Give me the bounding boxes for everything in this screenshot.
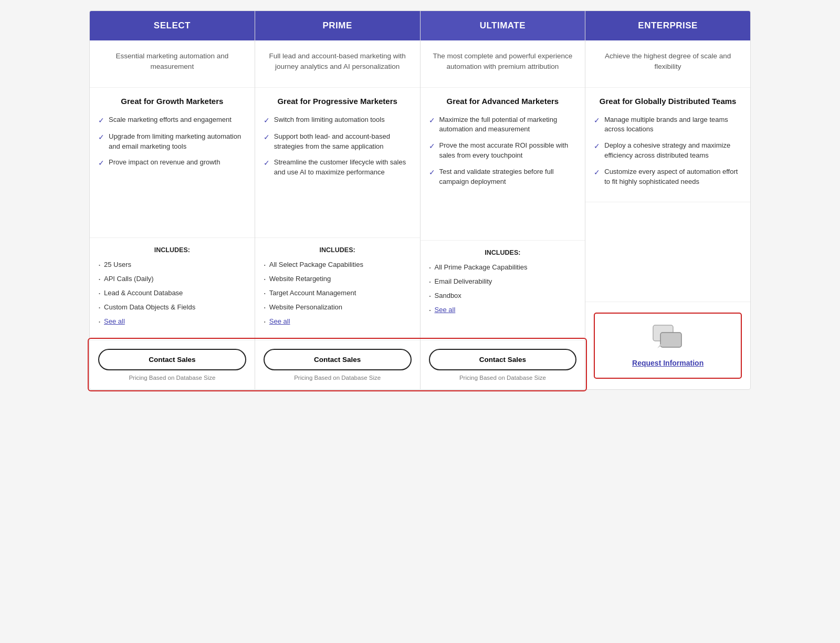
feature-text-ultimate-0: Maximize the full potential of marketing… [439, 115, 577, 135]
feature-text-enterprise-2: Customize every aspect of automation eff… [604, 167, 742, 187]
plan-tagline-prime: Great for Progressive Marketers [255, 88, 420, 111]
plan-features-enterprise: ✓Manage multiple brands and large teams … [585, 111, 750, 202]
feature-item-ultimate-1: ✓Prove the most accurate ROI possible wi… [429, 141, 577, 161]
pricing-note-ultimate: Pricing Based on Database Size [429, 375, 577, 381]
svg-rect-1 [660, 333, 681, 347]
see-all-link-ultimate[interactable]: See all [435, 305, 456, 315]
includes-item-prime-1: Website Retargeting [264, 274, 412, 284]
enterprise-includes-placeholder [585, 202, 750, 302]
checkmark-icon: ✓ [429, 115, 435, 135]
plan-column-enterprise: ENTERPRISEAchieve the highest degree of … [585, 11, 750, 389]
plan-description-prime: Full lead and account-based marketing wi… [255, 40, 420, 88]
includes-list-prime: All Select Package CapabilitiesWebsite R… [264, 260, 412, 327]
includes-list-select: 25 UsersAPI Calls (Daily)Lead & Account … [98, 260, 246, 327]
feature-item-prime-0: ✓Switch from limiting automation tools [264, 115, 412, 126]
plan-column-select: SELECTEssential marketing automation and… [90, 11, 255, 389]
includes-title-select: INCLUDES: [98, 246, 246, 254]
plan-header-select: SELECT [90, 11, 255, 40]
see-all-item-ultimate[interactable]: See all [429, 305, 577, 315]
includes-item-prime-3: Website Personalization [264, 303, 412, 312]
request-info-label[interactable]: Request Information [603, 359, 732, 367]
plan-header-prime: PRIME [255, 11, 420, 40]
feature-text-prime-2: Streamline the customer lifecycle with s… [274, 158, 412, 178]
see-all-link-prime[interactable]: See all [269, 317, 290, 326]
includes-item-select-0: 25 Users [98, 260, 246, 269]
chat-icon [603, 324, 732, 355]
plan-header-enterprise: ENTERPRISE [585, 11, 750, 40]
plan-footer-select: Contact SalesPricing Based on Database S… [90, 340, 255, 389]
feature-text-ultimate-2: Test and validate strategies before full… [439, 167, 577, 187]
checkmark-icon: ✓ [98, 158, 104, 168]
plans-grid: SELECTEssential marketing automation and… [89, 11, 751, 390]
plan-description-select: Essential marketing automation and measu… [90, 40, 255, 88]
plan-tagline-enterprise: Great for Globally Distributed Teams [585, 88, 750, 111]
feature-item-enterprise-2: ✓Customize every aspect of automation ef… [594, 167, 742, 187]
feature-text-prime-1: Support both lead- and account-based str… [274, 132, 412, 152]
feature-item-select-1: ✓Upgrade from limiting marketing automat… [98, 132, 246, 152]
checkmark-icon: ✓ [98, 132, 104, 152]
feature-item-prime-1: ✓Support both lead- and account-based st… [264, 132, 412, 152]
plan-column-ultimate: ULTIMATEThe most complete and powerful e… [421, 11, 586, 389]
checkmark-icon: ✓ [429, 167, 435, 187]
feature-text-ultimate-1: Prove the most accurate ROI possible wit… [439, 141, 577, 161]
checkmark-icon: ✓ [594, 167, 600, 187]
feature-item-ultimate-2: ✓Test and validate strategies before ful… [429, 167, 577, 187]
includes-item-ultimate-2: Sandbox [429, 291, 577, 300]
checkmark-icon: ✓ [264, 115, 270, 126]
includes-item-select-2: Lead & Account Database [98, 288, 246, 298]
checkmark-icon: ✓ [594, 141, 600, 161]
plan-tagline-select: Great for Growth Marketers [90, 88, 255, 111]
feature-item-select-2: ✓Prove impact on revenue and growth [98, 158, 246, 168]
feature-item-prime-2: ✓Streamline the customer lifecycle with … [264, 158, 412, 178]
pricing-page: SELECTEssential marketing automation and… [89, 11, 751, 390]
pricing-note-prime: Pricing Based on Database Size [264, 375, 412, 381]
plan-includes-ultimate: INCLUDES:All Prime Package CapabilitiesE… [421, 240, 585, 340]
checkmark-icon: ✓ [264, 158, 270, 178]
request-info-box[interactable]: Request Information [594, 313, 742, 379]
see-all-item-prime[interactable]: See all [264, 317, 412, 326]
includes-title-prime: INCLUDES: [264, 246, 412, 254]
includes-item-ultimate-1: Email Deliverability [429, 277, 577, 286]
feature-item-enterprise-0: ✓Manage multiple brands and large teams … [594, 115, 742, 135]
plan-description-enterprise: Achieve the highest degree of scale and … [585, 40, 750, 88]
feature-item-select-0: ✓Scale marketing efforts and engagement [98, 115, 246, 126]
feature-text-prime-0: Switch from limiting automation tools [274, 115, 385, 126]
checkmark-icon: ✓ [429, 141, 435, 161]
feature-text-select-1: Upgrade from limiting marketing automati… [109, 132, 246, 152]
feature-item-ultimate-0: ✓Maximize the full potential of marketin… [429, 115, 577, 135]
checkmark-icon: ✓ [98, 115, 104, 126]
see-all-link-select[interactable]: See all [104, 317, 125, 326]
plan-footer-ultimate: Contact SalesPricing Based on Database S… [421, 340, 585, 389]
plan-features-ultimate: ✓Maximize the full potential of marketin… [421, 111, 585, 240]
plan-includes-prime: INCLUDES:All Select Package Capabilities… [255, 237, 420, 340]
checkmark-icon: ✓ [594, 115, 600, 135]
feature-text-select-2: Prove impact on revenue and growth [109, 158, 220, 168]
contact-sales-button-select[interactable]: Contact Sales [98, 349, 246, 370]
checkmark-icon: ✓ [264, 132, 270, 152]
contact-sales-button-ultimate[interactable]: Contact Sales [429, 349, 577, 370]
feature-text-enterprise-0: Manage multiple brands and large teams a… [604, 115, 742, 135]
includes-item-prime-2: Target Account Management [264, 288, 412, 298]
plan-column-prime: PRIMEFull lead and account-based marketi… [255, 11, 421, 389]
includes-item-select-1: API Calls (Daily) [98, 274, 246, 284]
feature-text-select-0: Scale marketing efforts and engagement [109, 115, 232, 126]
plan-tagline-ultimate: Great for Advanced Marketers [421, 88, 585, 111]
plan-features-select: ✓Scale marketing efforts and engagement✓… [90, 111, 255, 237]
plan-features-prime: ✓Switch from limiting automation tools✓S… [255, 111, 420, 237]
feature-item-enterprise-1: ✓Deploy a cohesive strategy and maximize… [594, 141, 742, 161]
includes-list-ultimate: All Prime Package CapabilitiesEmail Deli… [429, 263, 577, 315]
includes-item-prime-0: All Select Package Capabilities [264, 260, 412, 269]
contact-sales-button-prime[interactable]: Contact Sales [264, 349, 412, 370]
enterprise-request-section: Request Information [585, 302, 750, 389]
includes-item-ultimate-0: All Prime Package Capabilities [429, 263, 577, 272]
includes-title-ultimate: INCLUDES: [429, 249, 577, 256]
plan-description-ultimate: The most complete and powerful experienc… [421, 40, 585, 88]
plan-includes-select: INCLUDES:25 UsersAPI Calls (Daily)Lead &… [90, 237, 255, 340]
feature-text-enterprise-1: Deploy a cohesive strategy and maximize … [604, 141, 742, 161]
pricing-note-select: Pricing Based on Database Size [98, 375, 246, 381]
plan-footer-prime: Contact SalesPricing Based on Database S… [255, 340, 420, 389]
see-all-item-select[interactable]: See all [98, 317, 246, 326]
includes-item-select-3: Custom Data Objects & Fields [98, 303, 246, 312]
plan-header-ultimate: ULTIMATE [421, 11, 585, 40]
